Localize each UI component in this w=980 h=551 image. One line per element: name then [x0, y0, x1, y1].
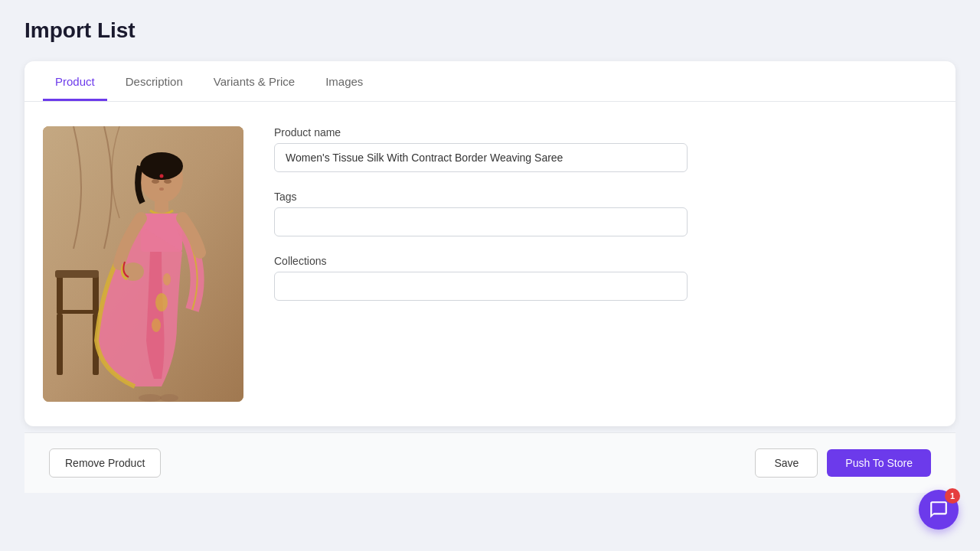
product-form: Product name Tags Collections	[274, 126, 937, 402]
footer-bar: Remove Product Save Push To Store	[24, 432, 956, 493]
tab-bar: Product Description Variants & Price Ima…	[24, 61, 956, 102]
tab-images[interactable]: Images	[313, 61, 375, 101]
chat-bubble-button[interactable]: 1	[919, 490, 959, 530]
svg-point-21	[160, 394, 178, 402]
svg-point-10	[152, 179, 159, 184]
footer-right: Save Push To Store	[755, 448, 931, 478]
product-name-label: Product name	[274, 126, 937, 139]
save-button[interactable]: Save	[755, 448, 818, 478]
tab-product[interactable]: Product	[43, 61, 107, 101]
collections-group: Collections	[274, 255, 937, 301]
tab-variants-price[interactable]: Variants & Price	[201, 61, 307, 101]
product-image-wrap	[43, 126, 243, 402]
chat-badge: 1	[945, 488, 960, 504]
chat-icon	[929, 500, 949, 520]
push-to-store-button[interactable]: Push To Store	[827, 449, 931, 477]
svg-point-12	[160, 174, 164, 178]
svg-point-18	[163, 273, 171, 285]
page-title: Import List	[24, 18, 956, 43]
tags-label: Tags	[274, 191, 937, 203]
tab-description[interactable]: Description	[113, 61, 195, 101]
card-body: Product name Tags Collections	[24, 102, 956, 426]
svg-point-20	[139, 394, 162, 402]
product-image	[43, 126, 243, 402]
collections-label: Collections	[274, 255, 937, 267]
tags-input[interactable]	[274, 207, 688, 236]
product-name-group: Product name	[274, 126, 937, 172]
svg-rect-3	[57, 314, 63, 375]
svg-rect-6	[93, 272, 99, 314]
svg-rect-5	[57, 272, 63, 314]
svg-point-11	[164, 179, 172, 184]
svg-point-17	[152, 318, 161, 332]
tags-group: Tags	[274, 191, 937, 236]
remove-product-button[interactable]: Remove Product	[49, 448, 161, 478]
product-name-input[interactable]	[274, 143, 688, 172]
svg-point-16	[155, 293, 168, 311]
svg-rect-7	[55, 270, 99, 278]
collections-input[interactable]	[274, 272, 688, 301]
svg-rect-2	[57, 310, 99, 314]
import-card: Product Description Variants & Price Ima…	[24, 61, 956, 426]
svg-point-13	[159, 187, 164, 191]
